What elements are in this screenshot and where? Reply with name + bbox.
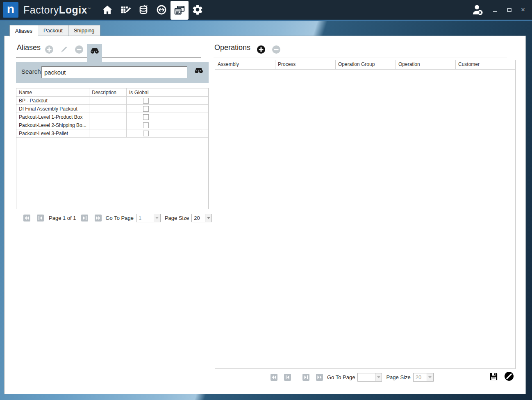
is-global-checkbox[interactable]	[143, 131, 149, 136]
blank-cell	[165, 129, 208, 137]
next-page-button[interactable]	[81, 215, 88, 221]
aliases-table: Name Description Is Global BP - Packout …	[16, 88, 209, 209]
is-global-checkbox[interactable]	[143, 122, 149, 128]
tab-aliases[interactable]: Aliases	[9, 25, 38, 36]
search-label: Search	[21, 68, 41, 75]
home-icon[interactable]	[98, 0, 116, 20]
alias-add-button[interactable]	[45, 45, 54, 54]
titlebar-right: ×	[471, 0, 526, 20]
is-global-cell	[127, 129, 165, 137]
alias-description-cell	[89, 113, 127, 121]
alias-description-cell	[89, 105, 127, 113]
brand-name: FactoryLogix™	[23, 4, 91, 16]
save-button[interactable]	[489, 372, 498, 381]
column-header-description[interactable]: Description	[89, 88, 127, 96]
operations-header-divider	[214, 57, 507, 57]
go-to-page-combo[interactable]	[357, 373, 382, 382]
alias-name-cell: Packout-Level 3-Pallet	[16, 129, 89, 137]
chevron-down-icon[interactable]	[375, 373, 382, 381]
main-nav	[98, 0, 207, 20]
is-global-checkbox[interactable]	[143, 98, 149, 104]
table-row[interactable]: DI Final Assembly Packout	[16, 105, 208, 113]
blank-cell	[165, 97, 208, 104]
column-header-name[interactable]: Name	[16, 88, 89, 96]
chevron-down-icon[interactable]	[154, 214, 160, 222]
page-size-combo[interactable]: 20	[413, 373, 434, 382]
alias-name-cell: BP - Packout	[16, 97, 89, 104]
column-header-assembly[interactable]: Assembly	[215, 60, 275, 69]
aliases-header-divider	[16, 57, 201, 58]
maximize-button[interactable]	[506, 7, 512, 13]
tab-shipping[interactable]: Shipping	[68, 25, 100, 36]
is-global-checkbox[interactable]	[143, 114, 149, 120]
go-to-page-combo[interactable]: 1	[136, 214, 161, 222]
operation-remove-button[interactable]	[272, 45, 281, 54]
titlebar-accent-strip	[0, 20, 532, 21]
chevron-down-icon[interactable]	[427, 373, 433, 381]
tabstrip: Aliases Packout Shipping	[9, 25, 100, 36]
minimize-button[interactable]	[492, 7, 498, 13]
go-to-page-value: 1	[136, 215, 154, 221]
page-size-label: Page Size	[165, 215, 189, 221]
prev-page-button[interactable]	[284, 374, 291, 381]
search-submit-binoculars-icon[interactable]	[194, 68, 204, 74]
close-button[interactable]: ×	[520, 7, 526, 13]
first-page-button[interactable]	[271, 374, 277, 381]
alias-search-toggle-button[interactable]	[87, 44, 102, 62]
chevron-down-icon[interactable]	[205, 214, 211, 222]
first-page-button[interactable]	[23, 215, 30, 221]
dispatch-circle-arrows-icon[interactable]	[152, 0, 171, 20]
column-header-is-global[interactable]: Is Global	[127, 88, 165, 96]
alias-remove-button[interactable]	[75, 45, 84, 54]
column-header-customer[interactable]: Customer	[456, 60, 515, 69]
operations-pager: Go To Page Page Size 20	[271, 373, 434, 382]
is-global-checkbox[interactable]	[143, 106, 149, 112]
column-header-operation-group[interactable]: Operation Group	[336, 60, 396, 69]
alias-edit-button[interactable]	[59, 45, 68, 54]
go-to-page-label: Go To Page	[327, 374, 355, 380]
alias-name-cell: Packout-Level 1-Product Box	[16, 113, 89, 121]
table-row[interactable]: Packout-Level 1-Product Box	[16, 113, 208, 121]
next-page-button[interactable]	[302, 374, 309, 381]
last-page-button[interactable]	[316, 374, 323, 381]
is-global-cell	[127, 105, 165, 113]
operations-title: Operations	[214, 43, 250, 52]
is-global-cell	[127, 113, 165, 121]
last-page-button[interactable]	[95, 215, 102, 221]
table-row[interactable]: Packout-Level 2-Shipping Bo...	[16, 121, 208, 129]
settings-gear-icon[interactable]	[189, 0, 207, 20]
page-size-value: 20	[414, 374, 427, 380]
cancel-icon	[504, 371, 514, 381]
alias-description-cell	[89, 129, 127, 137]
operation-add-button[interactable]	[257, 45, 266, 54]
is-global-cell	[127, 97, 165, 104]
table-row[interactable]: BP - Packout	[16, 97, 208, 105]
save-icon	[489, 372, 498, 381]
main-content: Aliases Search N	[4, 36, 526, 394]
alias-name-cell: DI Final Assembly Packout	[16, 105, 89, 113]
column-header-process[interactable]: Process	[275, 60, 336, 69]
cancel-button[interactable]	[504, 371, 514, 381]
user-logout-icon[interactable]	[471, 3, 484, 16]
column-header-operation[interactable]: Operation	[396, 60, 456, 69]
page-indicator: Page 1 of 1	[44, 215, 81, 221]
materials-database-icon[interactable]	[134, 0, 152, 20]
search-divider	[16, 85, 201, 85]
documents-windows-icon[interactable]	[171, 1, 189, 20]
search-input[interactable]	[41, 66, 187, 78]
production-grid-pencil-icon[interactable]	[116, 0, 134, 20]
alias-name-cell: Packout-Level 2-Shipping Bo...	[16, 121, 89, 129]
tab-packout[interactable]: Packout	[38, 25, 68, 36]
blank-cell	[165, 121, 208, 129]
page-size-combo[interactable]: 20	[191, 214, 212, 222]
aliases-table-header: Name Description Is Global	[16, 88, 208, 97]
blank-cell	[165, 113, 208, 121]
logo-letter: n	[7, 3, 14, 15]
alias-search-panel: Search	[16, 62, 209, 83]
maximize-icon	[507, 8, 512, 12]
column-header-blank	[165, 88, 208, 96]
prev-page-button[interactable]	[37, 215, 44, 221]
go-to-page-label: Go To Page	[106, 215, 134, 221]
table-row[interactable]: Packout-Level 3-Pallet	[16, 129, 208, 138]
alias-description-cell	[89, 97, 127, 104]
